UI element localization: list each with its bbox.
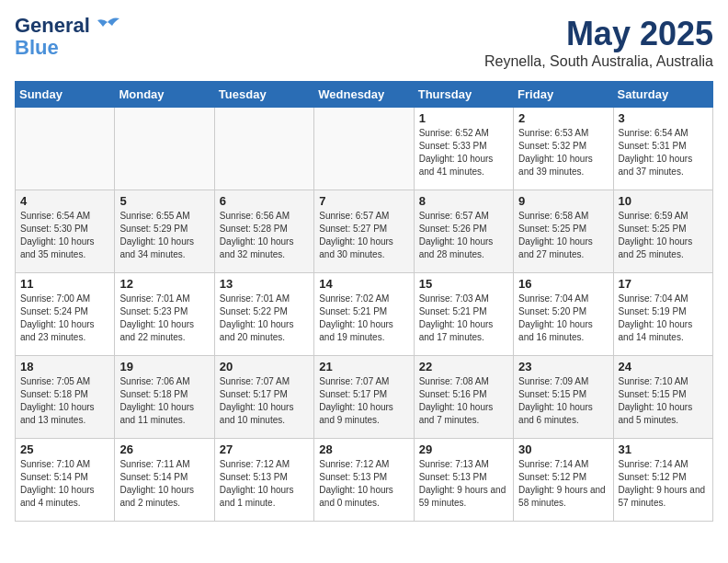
calendar-cell: 4 Sunrise: 6:54 AM Sunset: 5:30 PM Dayli… bbox=[16, 190, 115, 273]
header-sunday: Sunday bbox=[16, 82, 115, 108]
calendar-cell bbox=[214, 108, 313, 190]
daylight-text: Daylight: 10 hours and 34 minutes. bbox=[119, 236, 194, 259]
daylight-text: Daylight: 10 hours and 27 minutes. bbox=[518, 236, 593, 259]
logo-general: General bbox=[15, 14, 90, 37]
day-number: 19 bbox=[119, 360, 209, 373]
daylight-text: Daylight: 10 hours and 16 minutes. bbox=[518, 319, 593, 342]
day-number: 3 bbox=[619, 111, 708, 125]
cell-info: Sunrise: 6:57 AM Sunset: 5:27 PM Dayligh… bbox=[319, 210, 408, 261]
title-block: May 2025 Reynella, South Australia, Aust… bbox=[484, 15, 713, 70]
sunrise-text: Sunrise: 6:53 AM bbox=[518, 128, 588, 138]
day-number: 8 bbox=[419, 194, 508, 208]
calendar-cell: 10 Sunrise: 6:59 AM Sunset: 5:25 PM Dayl… bbox=[613, 190, 712, 273]
sunrise-text: Sunrise: 7:06 AM bbox=[119, 376, 189, 386]
cell-info: Sunrise: 6:52 AM Sunset: 5:33 PM Dayligh… bbox=[419, 127, 508, 178]
calendar-cell: 21 Sunrise: 7:07 AM Sunset: 5:17 PM Dayl… bbox=[314, 356, 414, 439]
sunset-text: Sunset: 5:17 PM bbox=[220, 389, 288, 399]
sunset-text: Sunset: 5:22 PM bbox=[220, 306, 288, 316]
day-number: 10 bbox=[619, 194, 708, 208]
cell-info: Sunrise: 7:14 AM Sunset: 5:12 PM Dayligh… bbox=[518, 458, 608, 510]
calendar-cell: 8 Sunrise: 6:57 AM Sunset: 5:26 PM Dayli… bbox=[414, 190, 513, 273]
sunset-text: Sunset: 5:13 PM bbox=[419, 472, 487, 482]
daylight-text: Daylight: 10 hours and 11 minutes. bbox=[119, 402, 194, 425]
cell-info: Sunrise: 7:03 AM Sunset: 5:21 PM Dayligh… bbox=[419, 293, 508, 344]
sunrise-text: Sunrise: 6:57 AM bbox=[319, 211, 389, 221]
daylight-text: Daylight: 10 hours and 7 minutes. bbox=[419, 402, 494, 425]
calendar-cell: 15 Sunrise: 7:03 AM Sunset: 5:21 PM Dayl… bbox=[414, 273, 513, 356]
sunrise-text: Sunrise: 7:10 AM bbox=[619, 376, 688, 386]
calendar-cell bbox=[16, 108, 115, 190]
sunrise-text: Sunrise: 6:54 AM bbox=[20, 211, 90, 221]
calendar-cell: 9 Sunrise: 6:58 AM Sunset: 5:25 PM Dayli… bbox=[514, 190, 613, 273]
calendar-week-row: 25 Sunrise: 7:10 AM Sunset: 5:14 PM Dayl… bbox=[16, 439, 713, 522]
day-number: 27 bbox=[220, 442, 309, 456]
day-number: 7 bbox=[319, 194, 408, 208]
header-saturday: Saturday bbox=[613, 82, 712, 108]
sunrise-text: Sunrise: 7:03 AM bbox=[419, 293, 489, 304]
sunrise-text: Sunrise: 6:57 AM bbox=[419, 211, 489, 221]
sunrise-text: Sunrise: 7:09 AM bbox=[518, 376, 588, 386]
daylight-text: Daylight: 10 hours and 32 minutes. bbox=[220, 236, 294, 259]
page-header: General Blue May 2025 Reynella, South Au… bbox=[15, 15, 713, 70]
header-row: Sunday Monday Tuesday Wednesday Thursday… bbox=[16, 82, 713, 108]
cell-info: Sunrise: 7:06 AM Sunset: 5:18 PM Dayligh… bbox=[119, 375, 209, 427]
calendar-cell: 27 Sunrise: 7:12 AM Sunset: 5:13 PM Dayl… bbox=[214, 439, 313, 522]
day-number: 12 bbox=[119, 277, 209, 291]
calendar-cell: 11 Sunrise: 7:00 AM Sunset: 5:24 PM Dayl… bbox=[16, 273, 115, 356]
sunset-text: Sunset: 5:20 PM bbox=[518, 306, 586, 316]
header-tuesday: Tuesday bbox=[214, 82, 313, 108]
day-number: 4 bbox=[20, 194, 109, 208]
day-number: 26 bbox=[119, 442, 209, 456]
calendar-cell: 5 Sunrise: 6:55 AM Sunset: 5:29 PM Dayli… bbox=[115, 190, 214, 273]
cell-info: Sunrise: 7:05 AM Sunset: 5:18 PM Dayligh… bbox=[20, 375, 109, 427]
calendar-cell: 30 Sunrise: 7:14 AM Sunset: 5:12 PM Dayl… bbox=[514, 439, 613, 522]
calendar-cell: 28 Sunrise: 7:12 AM Sunset: 5:13 PM Dayl… bbox=[314, 439, 414, 522]
calendar-cell: 31 Sunrise: 7:14 AM Sunset: 5:12 PM Dayl… bbox=[613, 439, 712, 522]
day-number: 22 bbox=[419, 360, 508, 373]
cell-info: Sunrise: 7:10 AM Sunset: 5:15 PM Dayligh… bbox=[619, 375, 708, 427]
sunrise-text: Sunrise: 7:11 AM bbox=[119, 459, 189, 469]
daylight-text: Daylight: 10 hours and 28 minutes. bbox=[419, 236, 494, 259]
calendar-cell: 17 Sunrise: 7:04 AM Sunset: 5:19 PM Dayl… bbox=[613, 273, 712, 356]
cell-info: Sunrise: 7:09 AM Sunset: 5:15 PM Dayligh… bbox=[518, 375, 608, 427]
cell-info: Sunrise: 7:04 AM Sunset: 5:19 PM Dayligh… bbox=[619, 293, 708, 344]
daylight-text: Daylight: 10 hours and 19 minutes. bbox=[319, 319, 393, 342]
calendar-cell: 25 Sunrise: 7:10 AM Sunset: 5:14 PM Dayl… bbox=[16, 439, 115, 522]
daylight-text: Daylight: 9 hours and 59 minutes. bbox=[419, 485, 506, 508]
sunset-text: Sunset: 5:12 PM bbox=[518, 472, 586, 482]
day-number: 9 bbox=[518, 194, 608, 208]
sunset-text: Sunset: 5:28 PM bbox=[220, 224, 288, 234]
calendar-cell: 3 Sunrise: 6:54 AM Sunset: 5:31 PM Dayli… bbox=[613, 108, 712, 190]
cell-info: Sunrise: 6:53 AM Sunset: 5:32 PM Dayligh… bbox=[518, 127, 608, 178]
sunset-text: Sunset: 5:21 PM bbox=[419, 306, 487, 316]
day-number: 21 bbox=[319, 360, 408, 373]
sunrise-text: Sunrise: 7:07 AM bbox=[220, 376, 290, 386]
calendar-cell: 2 Sunrise: 6:53 AM Sunset: 5:32 PM Dayli… bbox=[514, 108, 613, 190]
calendar-cell: 6 Sunrise: 6:56 AM Sunset: 5:28 PM Dayli… bbox=[214, 190, 313, 273]
sunset-text: Sunset: 5:21 PM bbox=[319, 306, 387, 316]
sunset-text: Sunset: 5:14 PM bbox=[119, 472, 188, 482]
cell-info: Sunrise: 6:58 AM Sunset: 5:25 PM Dayligh… bbox=[518, 210, 608, 261]
sunset-text: Sunset: 5:19 PM bbox=[619, 306, 687, 316]
sunrise-text: Sunrise: 7:01 AM bbox=[220, 293, 290, 304]
sunrise-text: Sunrise: 6:58 AM bbox=[518, 211, 588, 221]
day-number: 29 bbox=[419, 442, 508, 456]
day-number: 25 bbox=[20, 442, 109, 456]
sunrise-text: Sunrise: 7:13 AM bbox=[419, 459, 489, 469]
day-number: 24 bbox=[619, 360, 708, 373]
daylight-text: Daylight: 10 hours and 9 minutes. bbox=[319, 402, 393, 425]
sunset-text: Sunset: 5:27 PM bbox=[319, 224, 387, 234]
cell-info: Sunrise: 6:59 AM Sunset: 5:25 PM Dayligh… bbox=[619, 210, 708, 261]
daylight-text: Daylight: 10 hours and 23 minutes. bbox=[20, 319, 95, 342]
calendar-week-row: 11 Sunrise: 7:00 AM Sunset: 5:24 PM Dayl… bbox=[16, 273, 713, 356]
day-number: 14 bbox=[319, 277, 408, 291]
calendar-table: Sunday Monday Tuesday Wednesday Thursday… bbox=[15, 81, 713, 522]
sunrise-text: Sunrise: 6:52 AM bbox=[419, 128, 489, 138]
daylight-text: Daylight: 10 hours and 13 minutes. bbox=[20, 402, 95, 425]
daylight-text: Daylight: 10 hours and 0 minutes. bbox=[319, 485, 393, 508]
cell-info: Sunrise: 7:11 AM Sunset: 5:14 PM Dayligh… bbox=[119, 458, 209, 510]
cell-info: Sunrise: 7:02 AM Sunset: 5:21 PM Dayligh… bbox=[319, 293, 408, 344]
day-number: 15 bbox=[419, 277, 508, 291]
sunset-text: Sunset: 5:13 PM bbox=[319, 472, 387, 482]
header-monday: Monday bbox=[115, 82, 214, 108]
